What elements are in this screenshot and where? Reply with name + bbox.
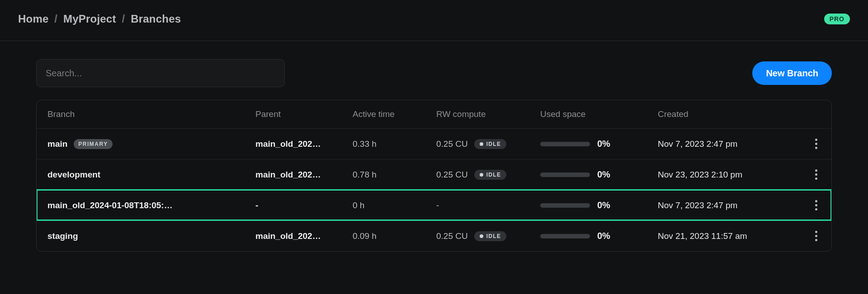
rw-compute-cell: 0.25 CUIDLE <box>436 170 540 180</box>
parent-cell: main_old_202… <box>255 170 353 180</box>
idle-label: IDLE <box>486 141 501 147</box>
parent-cell: main_old_202… <box>255 139 353 149</box>
new-branch-button[interactable]: New Branch <box>752 61 832 85</box>
compute-value: 0.25 CU <box>436 170 468 180</box>
pro-badge: PRO <box>824 14 850 24</box>
rw-compute-cell: 0.25 CUIDLE <box>436 231 540 241</box>
table-header-row: Branch Parent Active time RW compute Use… <box>37 100 831 128</box>
row-menu-cell <box>802 138 830 150</box>
primary-tag: PRIMARY <box>74 139 112 149</box>
branch-cell[interactable]: development <box>47 170 255 180</box>
used-space-pct: 0% <box>597 139 610 149</box>
active-time-cell: 0 h <box>353 201 436 210</box>
branch-name: main <box>47 139 67 149</box>
search-input[interactable] <box>36 59 285 87</box>
idle-pill: IDLE <box>474 170 507 180</box>
idle-dot-icon <box>480 234 483 238</box>
topbar: Home / MyProject / Branches PRO <box>0 0 868 41</box>
branches-table: Branch Parent Active time RW compute Use… <box>36 100 832 252</box>
col-active-time: Active time <box>353 109 436 119</box>
content: New Branch Branch Parent Active time RW … <box>36 59 832 252</box>
branch-cell[interactable]: main_old_2024-01-08T18:05:… <box>47 201 255 210</box>
row-menu-cell <box>802 199 830 212</box>
breadcrumb-separator: / <box>52 13 60 25</box>
created-cell: Nov 7, 2023 2:47 pm <box>658 139 802 149</box>
idle-label: IDLE <box>486 233 501 239</box>
idle-pill: IDLE <box>474 231 507 241</box>
rw-compute-cell: 0.25 CUIDLE <box>436 139 540 149</box>
compute-value: 0.25 CU <box>436 231 468 241</box>
active-time-cell: 0.09 h <box>353 231 436 241</box>
breadcrumb: Home / MyProject / Branches <box>18 13 181 25</box>
page-root: Home / MyProject / Branches PRO New Bran… <box>0 0 868 294</box>
kebab-menu-icon[interactable] <box>810 168 822 181</box>
table-row[interactable]: stagingmain_old_202…0.09 h0.25 CUIDLE0%N… <box>37 220 831 251</box>
parent-cell: main_old_202… <box>255 231 353 241</box>
used-space-cell: 0% <box>540 139 658 149</box>
idle-pill: IDLE <box>474 139 507 149</box>
idle-label: IDLE <box>486 172 501 178</box>
used-space-bar <box>540 234 590 238</box>
compute-value: - <box>436 201 439 210</box>
kebab-menu-icon[interactable] <box>810 138 822 150</box>
kebab-menu-icon[interactable] <box>810 199 822 212</box>
kebab-menu-icon[interactable] <box>810 230 822 243</box>
idle-dot-icon <box>480 142 483 146</box>
col-used-space: Used space <box>540 109 658 119</box>
branch-cell[interactable]: staging <box>47 231 255 241</box>
parent-cell: - <box>255 201 353 210</box>
table-row[interactable]: main_old_2024-01-08T18:05:…-0 h-0%Nov 7,… <box>37 190 831 220</box>
branch-name: main_old_2024-01-08T18:05:… <box>47 201 173 210</box>
branch-name: staging <box>47 231 78 241</box>
rw-compute-cell: - <box>436 201 540 210</box>
branch-cell[interactable]: mainPRIMARY <box>47 139 255 149</box>
active-time-cell: 0.33 h <box>353 139 436 149</box>
table-row[interactable]: mainPRIMARYmain_old_202…0.33 h0.25 CUIDL… <box>37 128 831 159</box>
col-created: Created <box>658 109 802 119</box>
breadcrumb-separator: / <box>119 13 128 25</box>
col-rw-compute: RW compute <box>436 109 540 119</box>
row-menu-cell <box>802 168 830 181</box>
created-cell: Nov 21, 2023 11:57 am <box>658 231 802 241</box>
used-space-bar <box>540 142 590 146</box>
used-space-bar <box>540 173 590 177</box>
used-space-pct: 0% <box>597 200 610 210</box>
created-cell: Nov 7, 2023 2:47 pm <box>658 201 802 210</box>
col-branch: Branch <box>47 109 255 119</box>
used-space-cell: 0% <box>540 169 658 180</box>
compute-value: 0.25 CU <box>436 139 468 149</box>
idle-dot-icon <box>480 173 483 177</box>
created-cell: Nov 23, 2023 2:10 pm <box>658 170 802 180</box>
breadcrumb-item-current: Branches <box>131 13 181 25</box>
breadcrumb-item-home[interactable]: Home <box>18 13 48 25</box>
row-menu-cell <box>802 230 830 243</box>
table-toolbar: New Branch <box>36 59 832 87</box>
table-row[interactable]: developmentmain_old_202…0.78 h0.25 CUIDL… <box>37 159 831 190</box>
active-time-cell: 0.78 h <box>353 170 436 180</box>
used-space-bar <box>540 203 590 208</box>
used-space-cell: 0% <box>540 200 658 210</box>
col-parent: Parent <box>255 109 353 119</box>
used-space-cell: 0% <box>540 231 658 241</box>
breadcrumb-item-project[interactable]: MyProject <box>63 13 116 25</box>
used-space-pct: 0% <box>597 169 610 180</box>
used-space-pct: 0% <box>597 231 610 241</box>
branch-name: development <box>47 170 100 180</box>
